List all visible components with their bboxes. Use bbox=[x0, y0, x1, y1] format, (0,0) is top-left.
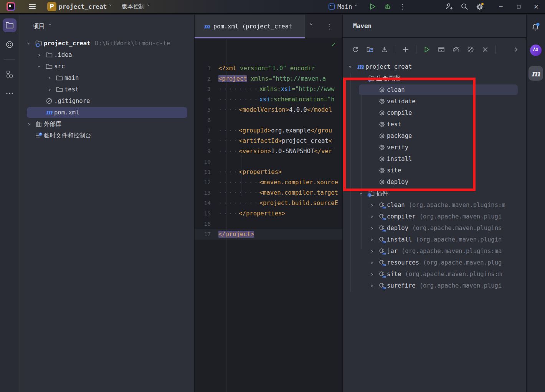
maven-tree-item-verify[interactable]: verify bbox=[343, 142, 526, 153]
maven-tree-item-compiler[interactable]: ›mcompiler(org.apache.maven.plugi bbox=[343, 211, 526, 222]
tree-chevron-icon[interactable]: › bbox=[367, 260, 377, 266]
main-menu-button[interactable] bbox=[26, 1, 39, 12]
maven-tree-item-deploy[interactable]: ›mdeploy(org.apache.maven.plugins bbox=[343, 222, 526, 234]
dependencies-tool-button[interactable] bbox=[3, 38, 17, 51]
more-tool-windows-button[interactable] bbox=[3, 86, 17, 100]
close-button[interactable]: × bbox=[527, 0, 545, 13]
code-line-17[interactable]: 17</project> bbox=[195, 229, 343, 240]
project-tree-item-.gitignore[interactable]: .gitignore bbox=[19, 95, 194, 107]
maven-tree-item-install[interactable]: install bbox=[343, 153, 526, 165]
run-configuration-button[interactable]: Main ˅ bbox=[326, 2, 359, 12]
add-maven-project-button[interactable] bbox=[399, 44, 412, 55]
code-line-16[interactable]: 16 bbox=[195, 219, 343, 229]
search-everywhere-button[interactable] bbox=[458, 1, 471, 12]
maven-tree-item-package[interactable]: package bbox=[343, 130, 526, 142]
tree-chevron-icon[interactable]: › bbox=[34, 52, 44, 58]
offline-mode-button[interactable] bbox=[449, 44, 462, 55]
maven-tree-item-插件[interactable]: ›插件 bbox=[343, 188, 526, 199]
maven-tree-item-install[interactable]: ›minstall(org.apache.maven.plugin bbox=[343, 234, 526, 245]
tree-item-label: verify bbox=[387, 144, 408, 151]
project-tree-item-临时文件和控制台[interactable]: 临时文件和控制台 bbox=[19, 130, 194, 141]
tree-chevron-icon[interactable]: › bbox=[34, 63, 44, 69]
project-tree-item-test[interactable]: ›test bbox=[19, 84, 194, 95]
tree-chevron-icon[interactable]: › bbox=[45, 75, 54, 81]
reload-project-button[interactable] bbox=[363, 44, 377, 55]
maven-tree-item-compile[interactable]: compile bbox=[343, 107, 526, 119]
tree-chevron-icon[interactable]: › bbox=[345, 64, 355, 70]
code-line-15[interactable]: 15····</properties> bbox=[195, 208, 343, 219]
tree-chevron-icon[interactable]: › bbox=[367, 237, 377, 243]
maven-tree-item-resources[interactable]: ›mresources(org.apache.maven.plug bbox=[343, 257, 526, 268]
vcs-widget-button[interactable]: 版本控制 ˅ bbox=[119, 2, 152, 12]
maven-tree-item-clean[interactable]: ›mclean(org.apache.maven.plugins:m bbox=[343, 199, 526, 211]
stripe-divider bbox=[4, 59, 15, 60]
project-tree-item-外部库[interactable]: ›外部库 bbox=[19, 118, 194, 130]
structure-tool-button[interactable] bbox=[3, 67, 17, 81]
code-line-5[interactable]: 5····<modelVersion>4.0.0</model bbox=[195, 105, 343, 115]
collapse-all-button[interactable] bbox=[479, 44, 492, 55]
code-line-14[interactable]: 14········<project.build.sourceE bbox=[195, 198, 343, 208]
tree-chevron-icon[interactable]: › bbox=[367, 202, 377, 208]
project-tree-item-main[interactable]: ›main bbox=[19, 72, 194, 84]
tree-chevron-icon[interactable]: › bbox=[367, 248, 377, 254]
settings-button[interactable] bbox=[473, 1, 487, 12]
skip-tests-button[interactable] bbox=[464, 44, 477, 55]
debug-button[interactable] bbox=[382, 2, 394, 12]
editor-tab-pom-xml[interactable]: m pom.xml (project_creat bbox=[195, 15, 305, 38]
tree-chevron-icon[interactable]: › bbox=[356, 75, 366, 81]
code-line-11[interactable]: 11····<properties> bbox=[195, 167, 343, 177]
maven-tree-item-site[interactable]: site bbox=[343, 165, 526, 176]
tree-chevron-icon[interactable]: › bbox=[24, 40, 34, 46]
code-line-2[interactable]: 2<project xmlns="http://maven.a bbox=[195, 74, 343, 84]
execute-goal-button[interactable] bbox=[435, 44, 448, 55]
tree-chevron-icon[interactable]: › bbox=[45, 86, 54, 93]
maven-tool-window-button[interactable]: m bbox=[528, 66, 543, 81]
code-with-me-button[interactable] bbox=[443, 1, 456, 12]
tree-item-suffix: (org.apache.maven.plugins:m bbox=[409, 202, 505, 208]
code-line-7[interactable]: 7····<groupId>org.example</grou bbox=[195, 126, 343, 136]
tree-chevron-icon[interactable]: › bbox=[367, 283, 377, 289]
code-line-12[interactable]: 12········<maven.compiler.source bbox=[195, 177, 343, 188]
editor-options-button[interactable]: ⋮ bbox=[326, 15, 332, 38]
code-line-8[interactable]: 8····<artifactId>project_creat< bbox=[195, 136, 343, 146]
minimize-button[interactable]: ─ bbox=[492, 0, 510, 13]
run-button[interactable] bbox=[366, 2, 378, 12]
project-widget-button[interactable]: P project_creat ˅ bbox=[45, 1, 114, 12]
code-line-6[interactable]: 6 bbox=[195, 115, 343, 126]
maven-tree-item-clean[interactable]: clean bbox=[343, 84, 526, 96]
maven-tree-item-jar[interactable]: ›mjar(org.apache.maven.plugins:ma bbox=[343, 245, 526, 257]
tree-chevron-icon[interactable]: › bbox=[356, 190, 366, 197]
notifications-button[interactable] bbox=[528, 20, 543, 35]
tab-list-dropdown-button[interactable]: ˅ bbox=[310, 15, 313, 38]
tree-chevron-icon[interactable]: › bbox=[367, 213, 377, 220]
project-tool-button[interactable] bbox=[3, 18, 17, 32]
maven-tree-item-deploy[interactable]: deploy bbox=[343, 176, 526, 188]
sync-button[interactable] bbox=[349, 44, 362, 55]
tree-chevron-icon[interactable]: › bbox=[367, 271, 377, 277]
download-sources-button[interactable] bbox=[378, 44, 391, 55]
project-tree-item-pom.xml[interactable]: mpom.xml bbox=[19, 107, 194, 118]
maven-tree-item-test[interactable]: test bbox=[343, 119, 526, 130]
ai-assistant-button[interactable] bbox=[528, 43, 543, 58]
maximize-button[interactable] bbox=[510, 0, 527, 13]
code-line-9[interactable]: 9····<version>1.0-SNAPSHOT</ver bbox=[195, 146, 343, 157]
more-actions-button[interactable]: ⋮ bbox=[397, 2, 408, 12]
maven-tree-item-project_creat[interactable]: ›mproject_creat bbox=[343, 61, 526, 73]
code-line-1[interactable]: 1<?xml version="1.0" encodir bbox=[195, 63, 343, 74]
tree-chevron-icon[interactable]: › bbox=[367, 225, 377, 231]
code-line-10[interactable]: 10 bbox=[195, 157, 343, 167]
more-chevron-button[interactable] bbox=[509, 44, 522, 55]
run-build-button[interactable] bbox=[420, 44, 433, 55]
code-line-13[interactable]: 13········<maven.compiler.target bbox=[195, 188, 343, 198]
maven-tree-item-site[interactable]: ›msite(org.apache.maven.plugins:m bbox=[343, 268, 526, 280]
maven-tree-item-surefire[interactable]: ›msurefire(org.apache.maven.plugi bbox=[343, 280, 526, 291]
project-tree-item-project_creat[interactable]: ›project_creatD:\GitWork\limou-c-te bbox=[19, 38, 194, 49]
project-tree-item-.idea[interactable]: ›.idea bbox=[19, 49, 194, 61]
code-line-4[interactable]: 4········xsi:schemaLocation="h bbox=[195, 94, 343, 105]
code-line-3[interactable]: 3········xmlns:xsi="http://www bbox=[195, 84, 343, 94]
project-panel-title[interactable]: 项目 bbox=[33, 22, 45, 30]
maven-tree-item-validate[interactable]: validate bbox=[343, 96, 526, 107]
project-tree-item-src[interactable]: ›src bbox=[19, 61, 194, 72]
tree-chevron-icon[interactable]: › bbox=[24, 121, 34, 127]
maven-tree-item-生命周期[interactable]: ›生命周期 bbox=[343, 73, 526, 84]
